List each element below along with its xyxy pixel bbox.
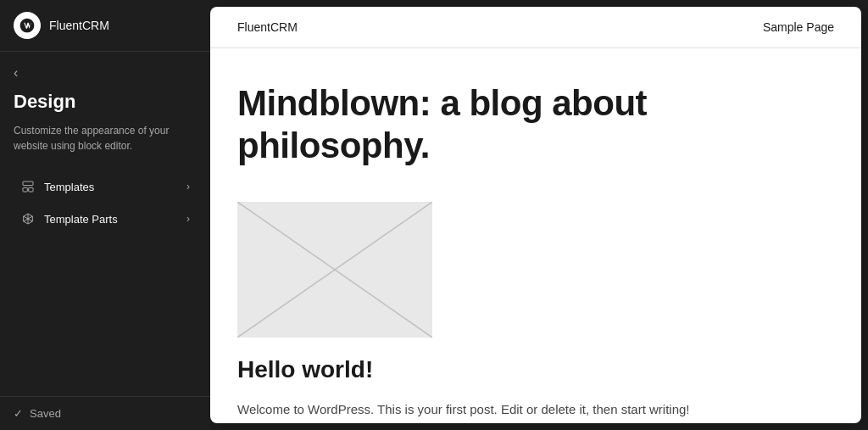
sidebar-content: ‹ Design Customize the appearance of you… bbox=[0, 52, 210, 396]
blog-content: Mindblown: a blog about philosophy. Hell… bbox=[210, 48, 861, 423]
section-title: Design bbox=[0, 87, 210, 120]
section-description: Customize the appearance of your website… bbox=[0, 120, 210, 170]
template-icon bbox=[20, 179, 36, 194]
main-content-area: FluentCRM Sample Page Mindblown: a blog … bbox=[210, 7, 861, 423]
sidebar-footer: ✓ Saved bbox=[0, 396, 210, 430]
sidebar-item-template-parts[interactable]: Template Parts › bbox=[7, 203, 203, 235]
back-nav-button[interactable]: ‹ bbox=[0, 52, 210, 87]
nav-item-left-parts: Template Parts bbox=[20, 211, 118, 226]
templates-chevron-icon: › bbox=[186, 181, 190, 193]
nav-item-left: Templates bbox=[20, 179, 94, 194]
sidebar-header: FluentCRM bbox=[0, 0, 210, 52]
sidebar-item-templates[interactable]: Templates › bbox=[7, 170, 203, 203]
sidebar: FluentCRM ‹ Design Customize the appeara… bbox=[0, 0, 210, 430]
saved-label: Saved bbox=[30, 407, 61, 420]
sidebar-app-name: FluentCRM bbox=[49, 19, 109, 32]
site-header: FluentCRM Sample Page bbox=[210, 7, 861, 48]
template-parts-icon bbox=[20, 211, 36, 226]
svg-rect-0 bbox=[23, 181, 33, 186]
sample-page-link[interactable]: Sample Page bbox=[763, 20, 834, 34]
template-parts-label: Template Parts bbox=[44, 213, 118, 226]
svg-rect-2 bbox=[29, 187, 33, 192]
post-title: Hello world! bbox=[237, 355, 834, 385]
blog-title: Mindblown: a blog about philosophy. bbox=[237, 82, 834, 168]
wp-logo bbox=[14, 12, 41, 39]
post-excerpt: Welcome to WordPress. This is your first… bbox=[237, 399, 834, 421]
back-arrow-icon: ‹ bbox=[14, 65, 18, 81]
post-featured-image bbox=[237, 202, 432, 338]
templates-label: Templates bbox=[44, 181, 94, 193]
svg-rect-1 bbox=[23, 187, 27, 192]
site-title: FluentCRM bbox=[237, 20, 298, 34]
saved-check-icon: ✓ bbox=[14, 407, 23, 420]
template-parts-chevron-icon: › bbox=[186, 213, 190, 225]
